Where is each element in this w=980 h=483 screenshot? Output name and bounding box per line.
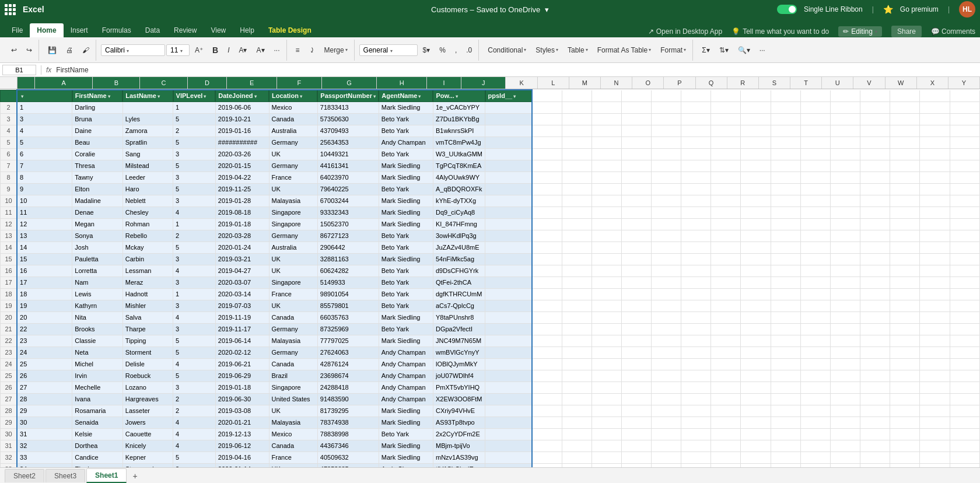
cell[interactable]: Canada	[269, 358, 317, 370]
empty-cell[interactable]	[652, 312, 681, 323]
col-header-w[interactable]: W	[886, 77, 917, 89]
empty-cell[interactable]	[800, 452, 830, 463]
comments-btn[interactable]: 💬 Comments	[931, 27, 975, 36]
cell[interactable]: Location▾	[269, 90, 317, 102]
cell[interactable]: 15052370	[317, 218, 379, 230]
empty-cell[interactable]	[711, 370, 741, 382]
col-header-n[interactable]: N	[601, 77, 632, 89]
cell[interactable]: 24288418	[317, 382, 379, 393]
empty-cell[interactable]	[741, 195, 771, 206]
empty-cell[interactable]	[830, 172, 860, 183]
empty-cell[interactable]	[592, 300, 621, 312]
cell[interactable]	[485, 405, 532, 416]
cell[interactable]: Beto Yark	[379, 323, 433, 335]
cell[interactable]: 25	[17, 358, 72, 370]
empty-cell[interactable]	[800, 323, 830, 335]
empty-cell[interactable]	[860, 148, 890, 160]
empty-cell[interactable]	[562, 416, 592, 428]
empty-cell[interactable]	[532, 370, 562, 382]
cell[interactable]: Classie	[72, 335, 123, 346]
empty-cell[interactable]	[860, 90, 890, 102]
empty-cell[interactable]	[621, 102, 651, 113]
cell[interactable]: Singapore	[269, 276, 317, 288]
cell[interactable]: Michel	[72, 358, 123, 370]
empty-cell[interactable]	[741, 90, 771, 102]
cell[interactable]: Kelsie	[72, 428, 123, 440]
empty-cell[interactable]	[532, 346, 562, 358]
col-header-q[interactable]: Q	[696, 77, 727, 89]
empty-cell[interactable]	[711, 102, 741, 113]
empty-cell[interactable]	[592, 230, 621, 242]
empty-cell[interactable]	[830, 230, 860, 242]
empty-cell[interactable]	[562, 440, 592, 452]
empty-cell[interactable]	[652, 346, 681, 358]
cell[interactable]: Germany	[269, 346, 317, 358]
cell[interactable]: 2	[173, 125, 216, 136]
table-row[interactable]: 3233CandiceKepner52019-04-16France405096…	[1, 452, 980, 463]
cell[interactable]: 60624282	[317, 265, 379, 276]
waffle-icon[interactable]	[5, 4, 16, 15]
empty-cell[interactable]	[741, 428, 771, 440]
empty-cell[interactable]	[532, 206, 562, 218]
cell[interactable]: 25634353	[317, 136, 379, 148]
empty-cell[interactable]	[621, 136, 651, 148]
empty-cell[interactable]	[950, 102, 979, 113]
cell[interactable]: Beto Yark	[379, 428, 433, 440]
cell[interactable]: Daine	[72, 125, 123, 136]
empty-cell[interactable]	[800, 242, 830, 253]
cell[interactable]: 23698674	[317, 370, 379, 382]
empty-cell[interactable]	[652, 276, 681, 288]
empty-cell[interactable]	[860, 160, 890, 172]
cell[interactable]: Andy Champan	[379, 370, 433, 382]
empty-cell[interactable]	[890, 102, 920, 113]
cell[interactable]: 43709493	[317, 125, 379, 136]
cell[interactable]: dgfKTHRCUmM	[433, 288, 485, 300]
cell[interactable]: aCs7-QplcCg	[433, 300, 485, 312]
empty-cell[interactable]	[532, 125, 562, 136]
cell[interactable]: Lozano	[123, 382, 173, 393]
empty-cell[interactable]	[562, 206, 592, 218]
empty-cell[interactable]	[890, 300, 920, 312]
cell[interactable]	[485, 416, 532, 428]
empty-cell[interactable]	[860, 335, 890, 346]
cell[interactable]: 3	[17, 113, 72, 125]
empty-cell[interactable]	[711, 242, 741, 253]
cell[interactable]: Rebello	[123, 230, 173, 242]
empty-cell[interactable]	[890, 288, 920, 300]
table-row[interactable]: 1515PaulettaCarbin32019-03-21UK32881163M…	[1, 253, 980, 265]
cell[interactable]: Singapore	[269, 206, 317, 218]
cell[interactable]: DateJoined▾	[215, 90, 269, 102]
empty-cell[interactable]	[592, 382, 621, 393]
empty-cell[interactable]	[592, 463, 621, 467]
cell[interactable]: 4	[173, 428, 216, 440]
col-header-t[interactable]: T	[790, 77, 822, 89]
cell[interactable]: vmTC8mPw4Jg	[433, 136, 485, 148]
cell[interactable]: Andy Champan	[379, 346, 433, 358]
empty-cell[interactable]	[860, 102, 890, 113]
empty-cell[interactable]	[860, 452, 890, 463]
empty-cell[interactable]	[920, 463, 950, 467]
cell[interactable]: 4	[173, 206, 216, 218]
cell[interactable]	[485, 265, 532, 276]
empty-cell[interactable]	[652, 463, 681, 467]
empty-cell[interactable]	[562, 276, 592, 288]
empty-cell[interactable]	[860, 370, 890, 382]
col-header-h[interactable]: H	[377, 77, 427, 89]
cell[interactable]: 2020-01-24	[215, 242, 269, 253]
cell[interactable]: Kathyrn	[72, 300, 123, 312]
cell[interactable]: 10449321	[317, 148, 379, 160]
cell[interactable]: Malayasia	[269, 195, 317, 206]
empty-cell[interactable]	[771, 288, 800, 300]
empty-cell[interactable]	[950, 405, 979, 416]
empty-cell[interactable]	[681, 463, 711, 467]
empty-cell[interactable]	[860, 125, 890, 136]
empty-cell[interactable]	[771, 370, 800, 382]
cell[interactable]: 3	[173, 148, 216, 160]
cell[interactable]: Mexico	[269, 428, 317, 440]
empty-cell[interactable]	[800, 148, 830, 160]
cell[interactable]: kYhE-dyTXXg	[433, 195, 485, 206]
empty-cell[interactable]	[681, 230, 711, 242]
empty-cell[interactable]	[771, 323, 800, 335]
cell[interactable]: 5	[173, 452, 216, 463]
empty-cell[interactable]	[711, 312, 741, 323]
